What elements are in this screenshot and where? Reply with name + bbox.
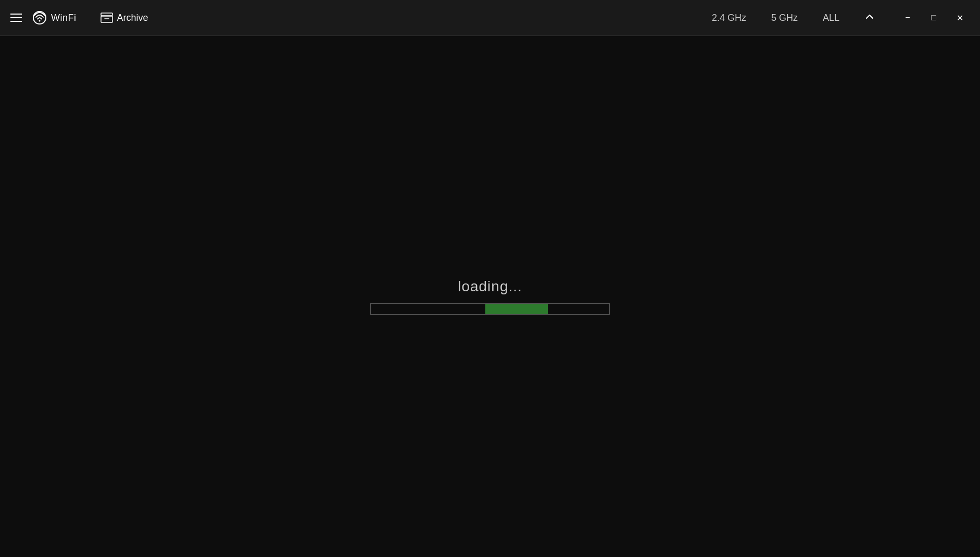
freq-2-4-button[interactable]: 2.4 GHz <box>708 10 750 26</box>
archive-icon <box>100 13 113 23</box>
app-title: WinFi <box>51 13 77 23</box>
window-controls: − □ ✕ <box>896 6 972 30</box>
progress-bar-fill <box>485 304 548 314</box>
freq-all-button[interactable]: ALL <box>819 10 844 26</box>
titlebar-right: 2.4 GHz 5 GHz ALL − □ ✕ <box>708 6 972 30</box>
titlebar: WinFi Archive 2.4 GHz 5 GHz ALL − <box>0 0 980 36</box>
close-button[interactable]: ✕ <box>948 6 972 30</box>
app-logo: WinFi <box>32 10 77 25</box>
freq-5-button[interactable]: 5 GHz <box>767 10 802 26</box>
minimize-button[interactable]: − <box>896 6 920 30</box>
freq-buttons: 2.4 GHz 5 GHz ALL <box>708 10 844 26</box>
archive-section: Archive <box>100 13 148 23</box>
loading-container: loading... <box>370 278 610 315</box>
archive-label: Archive <box>117 13 148 23</box>
svg-rect-2 <box>101 13 112 16</box>
wifi-icon <box>32 10 47 25</box>
progress-bar <box>370 303 610 315</box>
loading-text: loading... <box>458 278 522 295</box>
collapse-icon[interactable] <box>860 9 879 26</box>
menu-button[interactable] <box>8 11 24 24</box>
svg-rect-3 <box>101 16 112 22</box>
svg-point-1 <box>39 20 41 22</box>
main-content: loading... <box>0 36 980 557</box>
titlebar-left: WinFi Archive <box>8 10 148 25</box>
maximize-button[interactable]: □ <box>922 6 946 30</box>
